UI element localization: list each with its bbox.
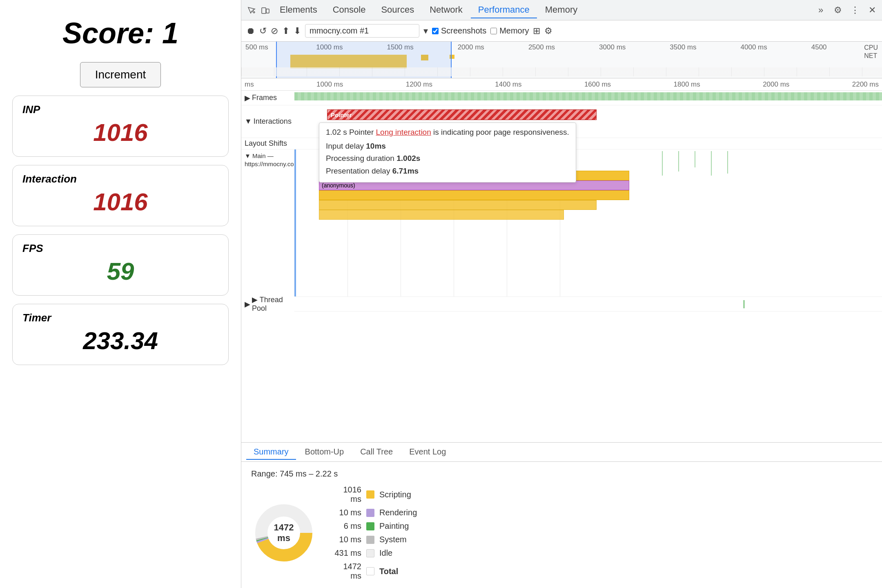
legend-idle-value: 431 ms	[333, 548, 361, 558]
url-input[interactable]	[305, 24, 419, 38]
green-bar-1	[662, 151, 663, 176]
total-name: Total	[379, 567, 398, 576]
capture-settings-icon[interactable]: ⊞	[533, 26, 540, 36]
tab-summary[interactable]: Summary	[246, 445, 296, 460]
tab-call-tree[interactable]: Call Tree	[353, 445, 400, 460]
frames-track-row: ▶ Frames	[241, 91, 882, 105]
summary-section: Range: 745 ms – 2.22 s 147	[241, 462, 882, 588]
thread-pool-expand-icon: ▶	[245, 300, 250, 309]
total-swatch	[366, 567, 374, 575]
interaction-value: 1016	[22, 188, 218, 216]
reload-icon[interactable]: ↺	[259, 26, 267, 36]
device-toggle-icon[interactable]	[258, 4, 272, 17]
increment-button[interactable]: Increment	[80, 62, 161, 87]
legend-painting-value: 6 ms	[333, 521, 361, 531]
scripting-name: Scripting	[379, 490, 411, 499]
scripting-swatch	[366, 490, 374, 499]
fps-card: FPS 59	[12, 234, 229, 296]
close-icon[interactable]: ✕	[866, 4, 879, 17]
clear-icon[interactable]: ⊘	[271, 26, 278, 36]
screenshots-label: Screenshots	[441, 26, 486, 36]
tooltip-time: 1.02 s	[326, 128, 347, 136]
legend-system: 10 ms System	[333, 535, 417, 544]
tab-elements[interactable]: Elements	[272, 2, 325, 18]
settings-icon[interactable]: ⚙	[831, 4, 844, 17]
svg-rect-1	[266, 9, 269, 13]
legend-scripting-value: 1016 ms	[333, 485, 361, 504]
nested-bar	[319, 190, 629, 200]
performance-toolbar: ⏺ ↺ ⊘ ⬆ ⬇ ▾ Screenshots Memory ⊞ ⚙	[241, 20, 882, 42]
overview-mark-3: 2000 ms	[458, 43, 528, 51]
record-icon[interactable]: ⏺	[246, 26, 255, 36]
score-title: Score: 1	[62, 16, 178, 50]
time-mark-1: 1000 ms	[316, 80, 343, 89]
donut-chart: 1472 ms	[251, 500, 316, 566]
cpu-label: CPU	[864, 44, 878, 51]
frames-track-content	[294, 91, 882, 105]
time-ruler: ms 1000 ms 1200 ms 1400 ms 1600 ms 1800 …	[241, 78, 882, 91]
summary-legend: 1016 ms Scripting 10 ms Rendering 6 ms P…	[333, 485, 417, 581]
rendering-swatch	[366, 509, 374, 517]
legend-rendering: 10 ms Rendering	[333, 508, 417, 517]
pointer-interaction-bar[interactable]: Pointer	[327, 109, 597, 120]
devtools-panel: Elements Console Sources Network Perform…	[241, 0, 882, 588]
frames-expand-icon: ▶	[245, 94, 250, 102]
tooltip-header: 1.02 s Pointer Long interaction is indic…	[326, 128, 569, 137]
frames-bar	[294, 92, 882, 100]
legend-total-value: 1472 ms	[333, 562, 361, 581]
tab-console[interactable]: Console	[325, 2, 373, 18]
tab-memory[interactable]: Memory	[538, 2, 585, 18]
idle-name: Idle	[379, 548, 392, 558]
interaction-card: Interaction 1016	[12, 165, 229, 226]
interactions-track-content: Pointer 1.02 s Pointer Long interaction …	[294, 105, 882, 138]
green-bar-4	[711, 151, 712, 176]
donut-center-label: 1472 ms	[267, 522, 300, 543]
interactions-label-text: Interactions	[254, 117, 292, 126]
overview-mark-5: 3000 ms	[599, 43, 670, 51]
time-mark-2: 1200 ms	[406, 80, 432, 89]
memory-label: Memory	[499, 26, 529, 36]
summary-range: Range: 745 ms – 2.22 s	[251, 469, 872, 479]
interaction-label: Interaction	[22, 173, 218, 185]
thread-pool-label[interactable]: ▶ ▶ Thread Pool	[241, 295, 294, 313]
time-mark-0: ms	[245, 80, 254, 89]
inspect-icon[interactable]	[245, 4, 258, 17]
tab-network[interactable]: Network	[422, 2, 470, 18]
tooltip-long-interaction-link[interactable]: Long interaction	[376, 128, 431, 136]
settings-gear-icon[interactable]: ⚙	[544, 26, 552, 36]
tracks-container[interactable]: ▶ Frames ▼ Interactions Pointer	[241, 91, 882, 442]
pointer-bar-label: Pointer	[331, 111, 352, 118]
summary-content: 1472 ms 1016 ms Scripting 10 ms Renderin…	[251, 485, 872, 581]
tab-event-log[interactable]: Event Log	[402, 445, 453, 460]
tab-sources[interactable]: Sources	[374, 2, 421, 18]
main-thread-label[interactable]: ▼ Main —https://mmocny.co	[241, 149, 294, 168]
tooltip-presentation-value: 6.71ms	[392, 167, 419, 175]
url-dropdown-icon[interactable]: ▾	[423, 26, 428, 36]
more-tabs-icon[interactable]: »	[814, 4, 827, 17]
legend-rendering-value: 10 ms	[333, 508, 361, 517]
screenshots-checkbox[interactable]	[432, 28, 439, 34]
thread-pool-content	[294, 297, 882, 311]
download-icon[interactable]: ⬇	[294, 26, 301, 36]
tab-performance[interactable]: Performance	[471, 2, 537, 18]
interactions-track-label[interactable]: ▼ Interactions	[241, 117, 294, 126]
frames-label-text: Frames	[252, 94, 277, 102]
legend-system-value: 10 ms	[333, 535, 361, 544]
layout-shifts-label[interactable]: Layout Shifts	[241, 139, 294, 148]
devtools-tab-bar: Elements Console Sources Network Perform…	[241, 0, 882, 20]
thread-pool-track-row: ▶ ▶ Thread Pool	[241, 297, 882, 312]
timeline-overview[interactable]: 500 ms 1000 ms 1500 ms 2000 ms 2500 ms 3…	[241, 42, 882, 78]
screenshots-strip	[241, 67, 882, 76]
green-bar-2	[678, 151, 679, 172]
more-options-icon[interactable]: ⋮	[849, 4, 862, 17]
time-mark-6: 2000 ms	[763, 80, 789, 89]
thread-pool-label-text: ▶ Thread Pool	[252, 295, 294, 313]
frames-track-label[interactable]: ▶ Frames	[241, 94, 294, 102]
upload-icon[interactable]: ⬆	[282, 26, 290, 36]
left-panel: Score: 1 Increment INP 1016 Interaction …	[0, 0, 241, 588]
memory-checkbox[interactable]	[490, 28, 497, 34]
overview-mark-6: 3500 ms	[670, 43, 740, 51]
fps-label: FPS	[22, 242, 218, 255]
tooltip-input-delay-value: 10ms	[366, 142, 386, 150]
tab-bottom-up[interactable]: Bottom-Up	[298, 445, 352, 460]
